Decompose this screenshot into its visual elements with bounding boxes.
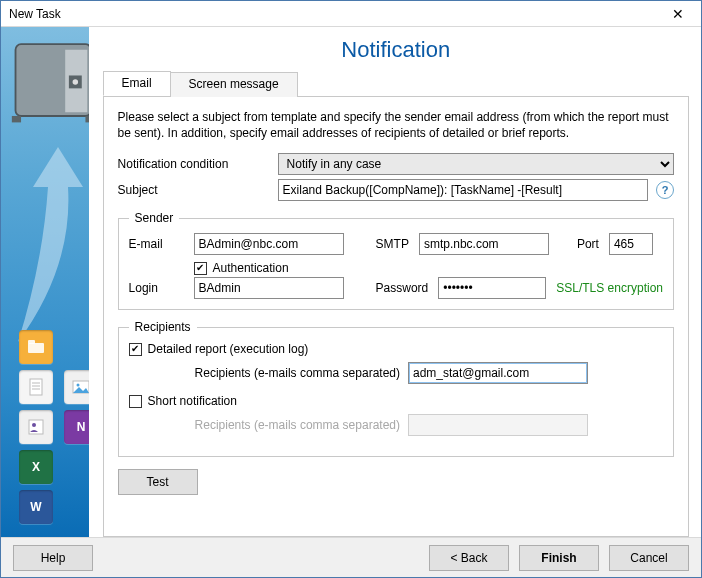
detailed-recipients-input[interactable] [408, 362, 588, 384]
smtp-input[interactable] [419, 233, 549, 255]
port-label: Port [577, 237, 599, 251]
swoosh-arrow-icon [13, 147, 89, 347]
tab-email[interactable]: Email [103, 71, 171, 96]
svg-point-13 [77, 384, 80, 387]
detailed-report-checkbox[interactable]: ✔ Detailed report (execution log) [129, 342, 663, 356]
port-input[interactable] [609, 233, 653, 255]
window-title: New Task [9, 7, 61, 21]
description-text: Please select a subject from template an… [118, 109, 674, 141]
svg-point-3 [73, 79, 79, 85]
close-icon: ✕ [672, 6, 684, 22]
word-icon: W [19, 490, 53, 524]
svg-text:N: N [77, 420, 86, 434]
checkbox-unchecked-icon [129, 395, 142, 408]
auth-checkbox[interactable]: ✔ Authentication [194, 261, 663, 275]
folder-network-icon [19, 330, 53, 364]
help-button[interactable]: Help [13, 545, 93, 571]
recipients-legend: Recipients [129, 320, 197, 334]
svg-rect-5 [85, 116, 88, 122]
svg-point-15 [32, 423, 36, 427]
short-recipients-label: Recipients (e-mails comma separated) [195, 418, 400, 432]
dialog-window: New Task ✕ N X W [0, 0, 702, 578]
sender-legend: Sender [129, 211, 180, 225]
svg-text:W: W [30, 500, 42, 514]
onenote-icon: N [64, 410, 88, 444]
svg-rect-8 [30, 379, 42, 395]
main-panel: Notification Email Screen message Please… [89, 27, 701, 537]
short-notification-checkbox[interactable]: Short notification [129, 394, 663, 408]
svg-rect-6 [28, 343, 44, 353]
recipients-fieldset: Recipients ✔ Detailed report (execution … [118, 320, 674, 457]
login-label: Login [129, 281, 184, 295]
page-title: Notification [103, 37, 689, 63]
close-button[interactable]: ✕ [655, 1, 701, 26]
test-button[interactable]: Test [118, 469, 198, 495]
sidebar-icons: N X W [15, 327, 89, 527]
login-input[interactable] [194, 277, 344, 299]
row-subject: Subject ? [118, 179, 674, 201]
document-icon [19, 370, 53, 404]
checkbox-checked-icon: ✔ [194, 262, 207, 275]
tab-screen-message[interactable]: Screen message [170, 72, 298, 97]
titlebar: New Task ✕ [1, 1, 701, 27]
subject-input[interactable] [278, 179, 648, 201]
condition-select[interactable]: Notify in any case [278, 153, 674, 175]
contacts-icon [19, 410, 53, 444]
tab-panel-email: Please select a subject from template an… [103, 97, 689, 537]
short-recipients-input [408, 414, 588, 436]
smtp-label: SMTP [376, 237, 409, 251]
checkbox-checked-icon: ✔ [129, 343, 142, 356]
photo-icon [64, 370, 88, 404]
condition-label: Notification condition [118, 157, 278, 171]
tabs: Email Screen message [103, 71, 689, 97]
sender-email-input[interactable] [194, 233, 344, 255]
short-notification-label: Short notification [148, 394, 237, 408]
subject-label: Subject [118, 183, 278, 197]
password-label: Password [376, 281, 429, 295]
excel-icon: X [19, 450, 53, 484]
svg-rect-7 [28, 340, 35, 344]
detailed-report-label: Detailed report (execution log) [148, 342, 309, 356]
detailed-recipients-label: Recipients (e-mails comma separated) [195, 366, 400, 380]
back-button[interactable]: < Back [429, 545, 509, 571]
dialog-body: N X W Notification Email Screen message … [1, 27, 701, 537]
dialog-footer: Help < Back Finish Cancel [1, 537, 701, 577]
subject-help-icon[interactable]: ? [656, 181, 674, 199]
sidebar-illustration: N X W [1, 27, 89, 537]
safe-icon [9, 35, 89, 127]
auth-label: Authentication [213, 261, 289, 275]
svg-rect-4 [12, 116, 21, 122]
sender-fieldset: Sender E-mail SMTP Port ✔ Authentication [118, 211, 674, 310]
finish-button[interactable]: Finish [519, 545, 599, 571]
password-input[interactable] [438, 277, 546, 299]
sender-email-label: E-mail [129, 237, 184, 251]
cancel-button[interactable]: Cancel [609, 545, 689, 571]
ssl-indicator: SSL/TLS encryption [556, 281, 663, 295]
row-condition: Notification condition Notify in any cas… [118, 153, 674, 175]
svg-text:X: X [32, 460, 40, 474]
